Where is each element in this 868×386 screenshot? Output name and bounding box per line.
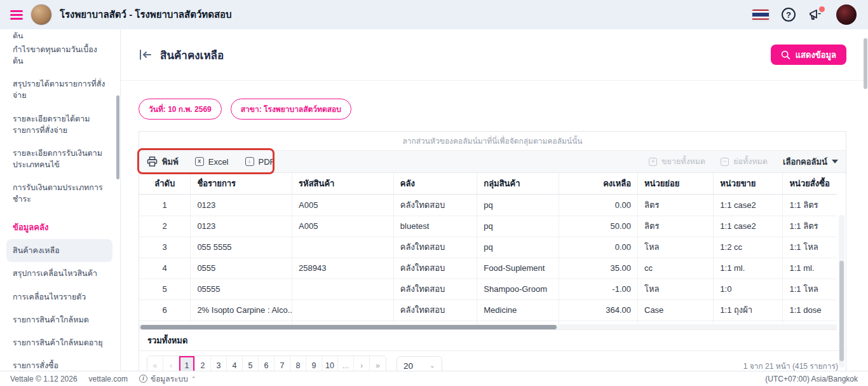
table-vertical-scrollbar[interactable] [839, 215, 844, 368]
table-cell: 3 [139, 237, 191, 258]
column-header[interactable]: กลุ่มสินค้า [477, 173, 559, 195]
choose-columns-button[interactable]: เลือกคอลัมน์ [783, 155, 838, 169]
pager-first[interactable]: « [147, 356, 163, 371]
grid-toolbar: พิมพ์ x Excel ↓ PDF + ขยายทั้งหมด [139, 151, 846, 173]
table-cell: 0.00 [559, 195, 637, 216]
pager-next[interactable]: › [354, 356, 370, 371]
collapse-sidebar-icon[interactable] [139, 49, 153, 60]
app-window: โรงพยาบาลสัตว์ - โรงพยาบาลสัตว์ทดสอบ ? ต… [0, 0, 868, 386]
table-cell: 35.00 [559, 258, 637, 279]
table-cell: Shampoo-Groom [477, 279, 559, 300]
inventory-table-body: 10123A005คลังใทดสอบpq0.00ลิตร1:1 case21:… [139, 195, 837, 324]
sidebar-item[interactable]: สรุปรายได้ตามรายการที่สั่งจ่าย [0, 72, 120, 107]
export-pdf-button[interactable]: ↓ PDF [245, 157, 275, 167]
sidebar-item[interactable]: การเคลื่อนไหวรายตัว [0, 286, 120, 308]
filter-chips: วันที่: 10 ก.พ. 2569สาขา: โรงพยาบาลสัตว์… [139, 99, 846, 120]
filter-chip[interactable]: สาขา: โรงพยาบาลสัตว์ทดสอบ [231, 99, 351, 120]
pager-prev[interactable]: ‹ [163, 356, 179, 371]
table-cell: pq [477, 216, 559, 237]
column-header[interactable]: คลัง [393, 173, 477, 195]
sidebar-section-header: ข้อมูลคลัง [0, 210, 120, 239]
pager-page[interactable]: 8 [290, 356, 306, 371]
sidebar-item[interactable]: รายละเอียดการรับเงินตามประเภทคนไข้ [0, 142, 120, 176]
printer-icon [147, 156, 158, 167]
clinic-avatar[interactable] [31, 4, 52, 25]
pager-page[interactable]: 2 [195, 356, 211, 371]
system-info-button[interactable]: i ข้อมูลระบบ ⌃ [139, 373, 196, 385]
collapse-all-button[interactable]: − ย่อทั้งหมด [721, 155, 768, 168]
sidebar-item[interactable]: กำไรขาดทุนตามวันเบื้องต้น [0, 38, 120, 72]
sidebar-item[interactable]: ต้น [0, 31, 120, 38]
pager-page[interactable]: 6 [259, 356, 275, 371]
column-header[interactable]: ชื่อรายการ [191, 173, 292, 195]
sidebar-item[interactable]: รายการสั่งซื้อ [0, 354, 120, 371]
sidebar-scrollbar[interactable] [116, 95, 119, 179]
column-header[interactable]: หน่วยย่อย [638, 173, 714, 195]
pager-page[interactable]: 10 [322, 356, 338, 371]
pagination-bar: «‹12345678910...›» 20 ⌄ 1 จาก 21 หน้า (4… [139, 351, 846, 371]
table-cell: 1:1 case2 [714, 195, 783, 216]
table-cell: pq [477, 195, 559, 216]
hamburger-menu-icon[interactable] [10, 10, 23, 20]
topbar: โรงพยาบาลสัตว์ - โรงพยาบาลสัตว์ทดสอบ ? [0, 0, 868, 29]
column-header[interactable]: ลำดับ [139, 173, 191, 195]
column-header[interactable]: รหัสสินค้า [292, 173, 394, 195]
window-scrollbar[interactable] [863, 29, 868, 371]
search-icon [781, 50, 790, 60]
help-icon[interactable]: ? [782, 8, 796, 22]
pager-page[interactable]: 1 [179, 356, 195, 371]
table-cell: 1:1 ถุงผ้า [714, 300, 783, 321]
table-horizontal-scrollbar[interactable] [139, 324, 837, 330]
sidebar-item[interactable]: รายการสินค้าใกล้หมดอายุ [0, 331, 120, 354]
site-link[interactable]: vettale.com [89, 375, 128, 383]
table-cell: คลังใทดสอบ [393, 195, 477, 216]
page-size-select[interactable]: 20 ⌄ [397, 356, 442, 371]
sidebar-item[interactable]: รายละเอียดรายได้ตามรายการที่สั่งจ่าย [0, 107, 120, 142]
table-cell: 1:2 cc [714, 237, 783, 258]
column-header[interactable]: คงเหลือ [559, 173, 637, 195]
user-avatar[interactable] [836, 4, 857, 25]
pager-last[interactable]: » [370, 356, 386, 371]
info-icon: i [139, 375, 147, 383]
sidebar-item[interactable]: การรับเงินตามประเภทการชำระ [0, 176, 120, 210]
expand-all-button[interactable]: + ขยายทั้งหมด [649, 155, 705, 168]
table-cell: A005 [292, 195, 394, 216]
pager-page[interactable]: 7 [275, 356, 290, 371]
sidebar-item[interactable]: สินค้าคงเหลือ [6, 239, 112, 262]
table-cell: 6 [139, 300, 191, 321]
table-row[interactable]: 505555คลังใทดสอบShampoo-Groom-1.00โหล1:0… [139, 279, 837, 300]
sidebar-item[interactable]: สรุปการเคลื่อนไหวสินค้า [0, 262, 120, 285]
table-cell: 1:1 dose [783, 300, 837, 321]
pager-page[interactable]: 3 [211, 356, 227, 371]
show-data-button[interactable]: แสดงข้อมูล [771, 45, 846, 65]
table-cell: Food-Suplement [477, 258, 559, 279]
collapse-all-icon: − [721, 158, 729, 166]
table-row[interactable]: 10123A005คลังใทดสอบpq0.00ลิตร1:1 case21:… [139, 195, 837, 216]
filter-chip[interactable]: วันที่: 10 ก.พ. 2569 [139, 99, 222, 120]
table-cell: ลิตร [638, 216, 714, 237]
table-cell: 1:1 ml. [783, 258, 837, 279]
table-row[interactable]: 3055 5555คลังใทดสอบpq0.00โหล1:2 cc1:1 โห… [139, 237, 837, 258]
table-cell: 1 [139, 195, 191, 216]
table-cell: 0555 [191, 258, 292, 279]
column-header[interactable]: หน่วยขาย [714, 173, 783, 195]
table-header-row: ลำดับชื่อรายการรหัสสินค้าคลังกลุ่มสินค้า… [139, 173, 837, 195]
table-row[interactable]: 20123A005bluetestpq50.00ลิตร1:1 case21:1… [139, 216, 837, 237]
pager-ellipsis[interactable]: ... [338, 356, 354, 371]
page-title: สินค้าคงเหลือ [160, 46, 224, 64]
table-cell: ลิตร [638, 195, 714, 216]
print-button[interactable]: พิมพ์ [147, 155, 179, 169]
sidebar-item[interactable]: รายการสินค้าใกล้หมด [0, 308, 120, 331]
export-excel-button[interactable]: x Excel [195, 157, 229, 167]
table-cell: 0123 [191, 216, 292, 237]
pager-page[interactable]: 5 [243, 356, 259, 371]
notification-dot [819, 6, 825, 12]
table-row[interactable]: 40555258943คลังใทดสอบFood-Suplement35.00… [139, 258, 837, 279]
pager-page[interactable]: 9 [306, 356, 322, 371]
pager-page[interactable]: 4 [227, 356, 243, 371]
announcements-icon[interactable] [808, 8, 824, 22]
table-row[interactable]: 62% Isopto Carpine : Alco...คลังใทดสอบMe… [139, 300, 837, 321]
column-header[interactable]: หน่วยสั่งซื้อ [783, 173, 837, 195]
divider [121, 80, 868, 81]
thai-flag-language-icon[interactable] [752, 10, 769, 20]
